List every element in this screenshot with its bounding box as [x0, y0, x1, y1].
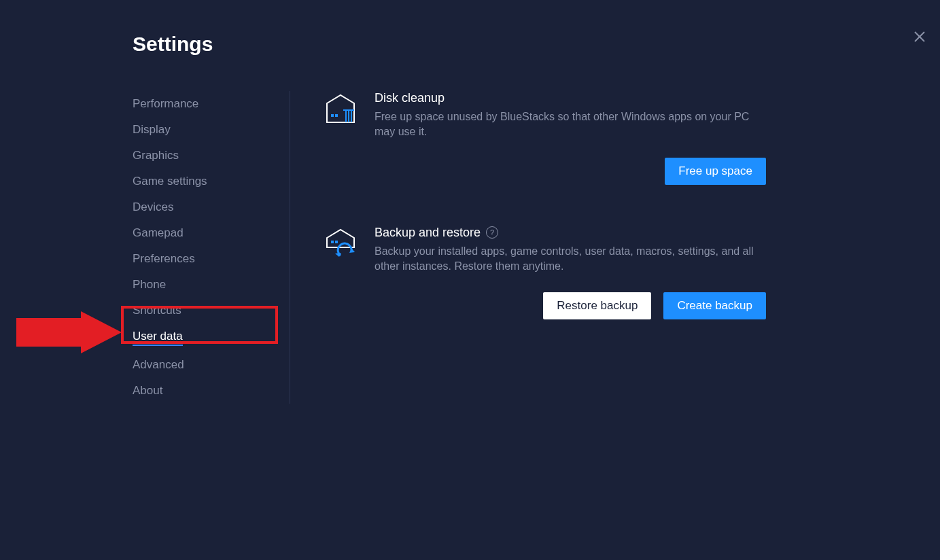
sidebar-item-gamepad[interactable]: Gamepad — [133, 220, 276, 246]
svg-rect-3 — [335, 114, 338, 117]
sidebar-item-label: Preferences — [133, 252, 195, 265]
sidebar-item-shortcuts[interactable]: Shortcuts — [133, 298, 276, 323]
sidebar-item-performance[interactable]: Performance — [133, 91, 276, 117]
close-icon — [913, 31, 926, 43]
sidebar-item-game-settings[interactable]: Game settings — [133, 169, 276, 194]
sidebar-item-preferences[interactable]: Preferences — [133, 246, 276, 272]
sidebar-item-label: Shortcuts — [133, 304, 181, 317]
page-title: Settings — [133, 33, 766, 56]
sidebar-item-about[interactable]: About — [133, 378, 276, 404]
disk-cleanup-section: Disk cleanup Free up space unused by Blu… — [321, 91, 766, 185]
backup-restore-section: Backup and restore ? Backup your install… — [321, 226, 766, 319]
svg-rect-2 — [331, 114, 334, 117]
settings-sidebar: Performance Display Graphics Game settin… — [133, 91, 290, 404]
sidebar-item-label: Game settings — [133, 175, 207, 188]
sidebar-item-label: Advanced — [133, 358, 184, 371]
sidebar-item-label: Performance — [133, 97, 198, 110]
free-up-space-button[interactable]: Free up space — [665, 158, 766, 185]
sidebar-item-label: Display — [133, 123, 171, 136]
restore-backup-button[interactable]: Restore backup — [543, 292, 651, 319]
sidebar-item-label: About — [133, 384, 162, 397]
sidebar-item-label: Graphics — [133, 149, 179, 162]
sidebar-item-user-data[interactable]: User data — [133, 323, 276, 352]
backup-restore-title: Backup and restore — [375, 226, 481, 240]
disk-cleanup-title: Disk cleanup — [375, 91, 766, 105]
backup-restore-description: Backup your installed apps, game control… — [375, 244, 766, 275]
settings-content: Disk cleanup Free up space unused by Blu… — [290, 91, 766, 404]
disk-cleanup-icon — [321, 91, 360, 129]
sidebar-item-graphics[interactable]: Graphics — [133, 143, 276, 169]
backup-restore-icon — [321, 226, 360, 264]
disk-cleanup-description: Free up space unused by BlueStacks so th… — [375, 109, 766, 140]
sidebar-item-phone[interactable]: Phone — [133, 272, 276, 298]
sidebar-item-label: Phone — [133, 278, 166, 291]
help-icon[interactable]: ? — [486, 226, 498, 239]
svg-rect-8 — [331, 241, 334, 243]
sidebar-item-label: User data — [133, 330, 183, 346]
sidebar-item-label: Devices — [133, 200, 173, 213]
create-backup-button[interactable]: Create backup — [663, 292, 766, 319]
sidebar-item-devices[interactable]: Devices — [133, 194, 276, 220]
close-button[interactable] — [911, 29, 928, 45]
sidebar-item-display[interactable]: Display — [133, 117, 276, 143]
sidebar-item-label: Gamepad — [133, 226, 184, 239]
svg-rect-9 — [335, 241, 338, 243]
sidebar-item-advanced[interactable]: Advanced — [133, 352, 276, 378]
